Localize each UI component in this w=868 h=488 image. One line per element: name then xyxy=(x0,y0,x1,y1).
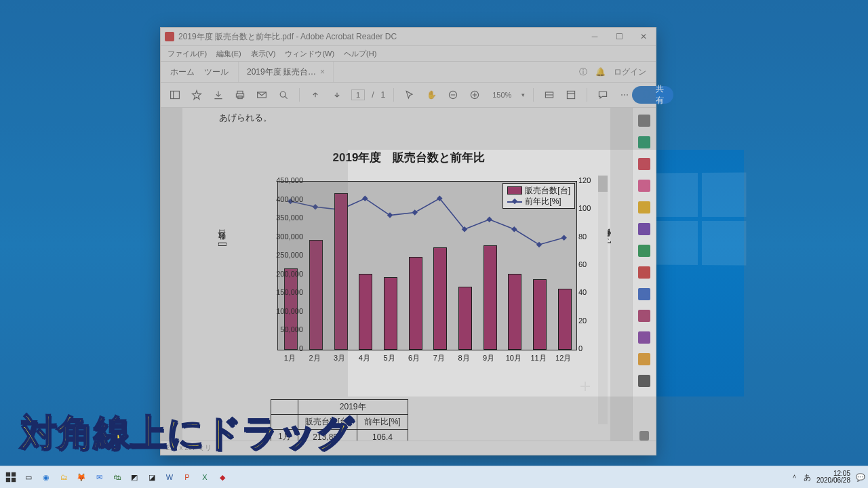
page-viewport[interactable]: あげられる。 2019年度 販売台数と前年比 台数[台] 前年比[%] 販売台数… xyxy=(161,108,632,441)
rail-search-icon[interactable] xyxy=(638,115,650,127)
acrobat-taskbar-icon[interactable]: ◆ xyxy=(214,469,231,485)
word-icon[interactable]: W xyxy=(161,469,178,485)
fit-width-icon[interactable] xyxy=(542,87,557,102)
chart: 2019年度 販売台数と前年比 台数[台] 前年比[%] 販売台数[台] 前年比… xyxy=(212,140,606,384)
bar xyxy=(309,240,323,350)
menu-edit[interactable]: 編集(E) xyxy=(216,49,241,59)
minimize-button[interactable]: ─ xyxy=(583,28,607,45)
bar xyxy=(384,277,397,350)
svg-rect-15 xyxy=(568,91,575,98)
svg-rect-27 xyxy=(536,242,542,247)
rail-send-icon[interactable] xyxy=(638,353,650,365)
edge-icon[interactable]: ◉ xyxy=(38,469,54,485)
bell-icon[interactable]: 🔔 xyxy=(595,67,606,77)
share-label: 共有 xyxy=(656,83,664,106)
close-button[interactable]: ✕ xyxy=(631,28,656,45)
pdf-page: あげられる。 2019年度 販売台数と前年比 台数[台] 前年比[%] 販売台数… xyxy=(182,108,610,441)
start-button[interactable] xyxy=(3,469,19,485)
share-button[interactable]: 👤 共有 xyxy=(632,86,673,104)
svg-rect-25 xyxy=(486,217,492,222)
zoom-out-icon[interactable] xyxy=(446,87,460,102)
rail-edit-pdf-icon[interactable] xyxy=(638,180,650,192)
tab-home[interactable]: ホーム xyxy=(170,66,195,78)
save-icon[interactable] xyxy=(211,87,226,102)
tab-tools[interactable]: ツール xyxy=(204,66,229,78)
tab-row: ホーム ツール 2019年度 販売台… × ⓘ 🔔 ログイン xyxy=(161,62,656,83)
ytick-right: 20 xyxy=(578,317,587,325)
action-center-icon[interactable]: 💬 xyxy=(856,473,865,482)
excel-icon[interactable]: X xyxy=(197,469,213,485)
acrobat-app-icon xyxy=(165,32,174,41)
tray-chevron-icon[interactable]: ＾ xyxy=(791,472,798,483)
xtick: 2月 xyxy=(304,353,325,363)
rail-redact-icon[interactable] xyxy=(638,266,650,279)
document-tab-close-icon[interactable]: × xyxy=(320,67,325,77)
svg-rect-4 xyxy=(236,94,243,97)
more-icon[interactable]: ⋯ xyxy=(617,87,632,102)
taskview-icon[interactable]: ▭ xyxy=(20,469,37,485)
rail-more-tools-icon[interactable] xyxy=(638,375,650,387)
menubar: ファイル(F) 編集(E) 表示(V) ウィンドウ(W) ヘルプ(H) xyxy=(161,46,656,62)
bar xyxy=(334,193,348,350)
snapshot-selection[interactable]: 2019年度 販売台数と前年比 台数[台] 前年比[%] 販売台数[台] 前年比… xyxy=(212,140,606,384)
rail-export-pdf-icon[interactable] xyxy=(638,136,650,148)
ytick-left: 200,000 xyxy=(265,270,303,278)
svg-line-8 xyxy=(285,96,287,98)
rail-protect-icon[interactable] xyxy=(638,288,650,300)
zoom-in-icon[interactable] xyxy=(467,87,482,102)
line-series xyxy=(278,182,576,350)
svg-marker-2 xyxy=(193,91,201,100)
star-icon[interactable] xyxy=(189,87,204,102)
search-icon[interactable] xyxy=(276,87,291,102)
windows-taskbar[interactable]: ▭ ◉ 🗂 🦊 ✉ 🛍 ◩ ◪ W P X ◆ ＾ あ 12:05 2020/0… xyxy=(0,466,868,488)
maximize-button[interactable]: ☐ xyxy=(607,28,631,45)
rail-compress-icon[interactable] xyxy=(638,310,650,322)
pin-icon-1[interactable]: ◩ xyxy=(126,469,142,485)
powerpoint-icon[interactable]: P xyxy=(179,469,195,485)
tray-ime-icon[interactable]: あ xyxy=(804,472,811,483)
rail-fill-sign-icon[interactable] xyxy=(638,331,650,344)
rail-comment-icon[interactable] xyxy=(638,201,650,214)
xtick: 8月 xyxy=(454,353,474,363)
mail-icon[interactable]: ✉ xyxy=(91,469,107,485)
store-icon[interactable]: 🛍 xyxy=(108,469,125,485)
read-mode-icon[interactable] xyxy=(564,87,578,102)
rail-organize-icon[interactable] xyxy=(638,245,650,257)
rail-combine-icon[interactable] xyxy=(638,223,650,235)
ytick-right: 60 xyxy=(578,260,587,268)
svg-rect-26 xyxy=(511,226,517,232)
hand-tool-icon[interactable]: ✋ xyxy=(424,87,439,102)
xtick: 12月 xyxy=(553,353,574,363)
share-icon: 👤 xyxy=(642,90,652,100)
zoom-value[interactable]: 150% xyxy=(489,89,515,101)
document-tab[interactable]: 2019年度 販売台… × xyxy=(239,62,334,82)
menu-help[interactable]: ヘルプ(H) xyxy=(344,49,376,59)
chart-title: 2019年度 販売台数と前年比 xyxy=(212,150,606,165)
page-down-icon[interactable] xyxy=(330,87,344,102)
ytick-left: 150,000 xyxy=(265,288,303,296)
firefox-icon[interactable]: 🦊 xyxy=(73,469,90,485)
menu-file[interactable]: ファイル(F) xyxy=(167,49,207,59)
help-icon[interactable]: ⓘ xyxy=(579,66,587,78)
explorer-icon[interactable]: 🗂 xyxy=(56,469,72,485)
svg-point-7 xyxy=(280,92,285,97)
pin-icon-2[interactable]: ◪ xyxy=(144,469,160,485)
zoom-dropdown-icon[interactable]: ▾ xyxy=(521,92,525,98)
xtick: 11月 xyxy=(528,353,549,363)
rail-collapse-icon[interactable] xyxy=(639,431,649,441)
mail-icon[interactable] xyxy=(254,87,269,102)
page-up-icon[interactable] xyxy=(308,87,323,102)
menu-window[interactable]: ウィンドウ(W) xyxy=(285,49,334,59)
select-tool-icon[interactable] xyxy=(402,87,417,102)
vertical-scrollbar[interactable] xyxy=(598,176,608,424)
login-link[interactable]: ログイン xyxy=(614,66,646,78)
menu-view[interactable]: 表示(V) xyxy=(251,49,276,59)
xtick: 5月 xyxy=(379,353,399,363)
toolbar: 1 / 1 ✋ 150% ▾ ⋯ 👤 共有 xyxy=(161,83,656,108)
comment-icon[interactable] xyxy=(595,87,610,102)
rail-create-pdf-icon[interactable] xyxy=(638,158,650,170)
taskbar-clock[interactable]: 12:05 2020/06/28 xyxy=(816,470,850,485)
page-current[interactable]: 1 xyxy=(351,89,365,100)
print-icon[interactable] xyxy=(233,87,248,102)
sidebar-toggle-icon[interactable] xyxy=(167,87,182,102)
